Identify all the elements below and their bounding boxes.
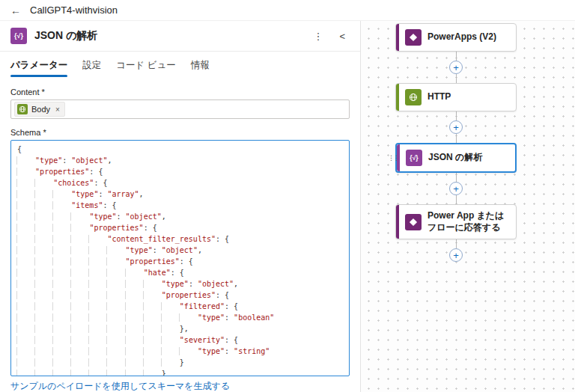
parse-json-icon: {√} (10, 28, 27, 44)
node-accent (396, 24, 399, 51)
generate-schema-link[interactable]: サンプルのペイロードを使用してスキーマを生成する (10, 380, 230, 392)
connector-line (456, 111, 457, 120)
content-input[interactable]: Body × (10, 99, 350, 119)
tab-code-view[interactable]: コード ビュー (116, 59, 176, 77)
connector-line (456, 52, 457, 61)
panel-tabs: パラメーター 設定 コード ビュー 情報 (10, 52, 350, 77)
connector-line (456, 74, 457, 83)
add-step-button[interactable]: + (449, 248, 463, 262)
http-icon (405, 89, 422, 105)
connector-line (456, 195, 457, 204)
flow-title: CallGPT4-withvision (30, 4, 118, 16)
node-accent (396, 84, 399, 111)
tab-parameters[interactable]: パラメーター (10, 59, 67, 77)
connector-line (456, 239, 457, 248)
add-step-button[interactable]: + (449, 182, 463, 195)
node-accent (396, 205, 399, 239)
panel-header: {√} JSON の解析 ⋮ < (10, 21, 350, 51)
tab-info[interactable]: 情報 (191, 59, 210, 77)
connector-line (456, 173, 457, 182)
powerapps-icon (405, 29, 422, 46)
content-field-label: Content * (10, 88, 350, 97)
flow-node-respond-powerapp[interactable]: Power App またはフローに応答する (395, 204, 517, 239)
flow-node-http[interactable]: HTTP (395, 83, 517, 111)
flow-node-powerapps[interactable]: PowerApps (V2) (395, 23, 517, 52)
schema-field-label: Schema * (10, 128, 350, 137)
parse-json-icon: {√} (406, 150, 422, 166)
connector-line (456, 134, 457, 143)
node-title: PowerApps (V2) (428, 31, 496, 43)
node-title: Power App またはフローに応答する (428, 210, 510, 233)
action-details-panel: {√} JSON の解析 ⋮ < パラメーター 設定 コード ビュー 情報 Co… (0, 21, 360, 392)
body-token[interactable]: Body × (14, 102, 65, 117)
panel-title: JSON の解析 (34, 29, 301, 43)
flow-node-parse-json[interactable]: ⋮⋮ {√} JSON の解析 (395, 143, 517, 173)
node-title: HTTP (428, 91, 451, 103)
collapse-panel-icon[interactable]: < (335, 29, 350, 43)
app-window: ← CallGPT4-withvision {√} JSON の解析 ⋮ < パ… (0, 0, 575, 392)
more-options-icon[interactable]: ⋮ (308, 29, 327, 43)
add-step-button[interactable]: + (449, 120, 463, 134)
node-title: JSON の解析 (428, 152, 482, 164)
remove-token-icon[interactable]: × (55, 105, 60, 114)
tab-settings[interactable]: 設定 (82, 59, 101, 77)
add-step-button[interactable]: + (449, 61, 463, 74)
http-icon (17, 104, 28, 114)
schema-code-editor[interactable]: { "type": "object", "properties": { "cho… (10, 140, 350, 376)
top-bar: ← CallGPT4-withvision (0, 0, 575, 21)
flow-canvas[interactable]: PowerApps (V2) + HTTP + ⋮⋮ {√} (360, 21, 575, 392)
node-accent (397, 144, 400, 171)
powerapps-icon (405, 214, 422, 230)
token-label: Body (31, 105, 50, 114)
back-arrow-icon[interactable]: ← (10, 4, 21, 16)
flow-column: PowerApps (V2) + HTTP + ⋮⋮ {√} (395, 23, 517, 262)
